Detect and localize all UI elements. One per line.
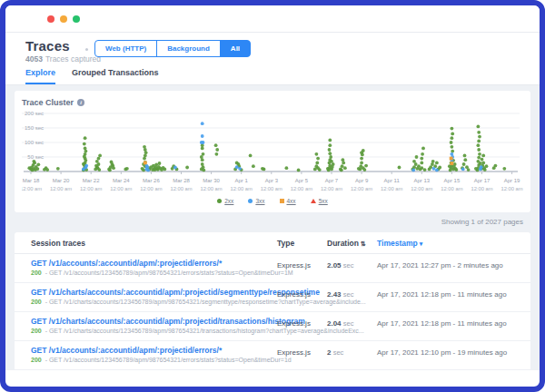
svg-text:12:00 am: 12:00 am	[321, 186, 342, 191]
trace-request-detail: 200 - GET /v1/charts/accounts/123456789/…	[31, 298, 277, 307]
column-header-session-traces: Session traces	[31, 239, 277, 248]
svg-text:Mar 30: Mar 30	[203, 178, 220, 183]
pagination-status: Showing 1 of 2027 pages	[15, 212, 530, 232]
svg-text:Mar 22: Mar 22	[83, 178, 100, 183]
trace-cell: GET /v1/charts/accounts/:accountid/apm/:…	[31, 317, 277, 340]
trace-cluster-scatter-chart[interactable]: 50 sec100 sec150 sec200 secMar 1812:00 a…	[22, 108, 523, 195]
trace-duration: 2.43 sec	[327, 288, 377, 311]
svg-text:12:00 am: 12:00 am	[22, 186, 42, 191]
svg-text:12:00 am: 12:00 am	[471, 186, 492, 191]
svg-text:12:00 am: 12:00 am	[110, 186, 132, 191]
svg-text:12:00 am: 12:00 am	[201, 186, 223, 191]
tab-explore[interactable]: Explore	[25, 68, 55, 84]
table-row[interactable]: GET /v1/charts/accounts/:accountid/apm/:…	[15, 312, 530, 341]
table-row[interactable]: GET /v1/accounts/:accountid/apm/:project…	[15, 341, 530, 370]
trace-endpoint-link[interactable]: GET /v1/charts/accounts/:accountid/apm/:…	[31, 317, 277, 327]
trace-type: Express.js	[277, 288, 327, 311]
header-separator-dot	[85, 48, 88, 51]
filter-background[interactable]: Background	[156, 40, 221, 57]
svg-text:12:00 am: 12:00 am	[441, 186, 462, 191]
trace-cell: GET /v1/accounts/:accountid/apm/:project…	[31, 259, 277, 282]
table-row[interactable]: GET /v1/charts/accounts/:accountid/apm/:…	[15, 283, 530, 312]
column-header-type: Type	[277, 239, 327, 248]
svg-text:Apr 13: Apr 13	[413, 178, 430, 183]
svg-text:12:00 am: 12:00 am	[411, 186, 432, 191]
legend-item-4xx[interactable]: 4xx	[280, 198, 296, 204]
legend-item-5xx[interactable]: 5xx	[311, 198, 328, 204]
trace-type: Express.js	[277, 346, 327, 369]
legend-label: 2xx	[224, 198, 233, 204]
status-badge: 200	[31, 357, 42, 363]
page-header: Traces 4053Traces captured Web (HTTP)Bac…	[5, 33, 540, 65]
content-area: Trace Cluster i 50 sec100 sec150 sec200 …	[5, 85, 540, 370]
trace-endpoint-link[interactable]: GET /v1/charts/accounts/:accountid/apm/:…	[31, 288, 277, 298]
tab-grouped-transactions[interactable]: Grouped Transactions	[72, 68, 159, 84]
trace-cell: GET /v1/charts/accounts/:accountid/apm/:…	[31, 288, 277, 311]
svg-text:Apr 15: Apr 15	[444, 178, 461, 183]
svg-text:Apr 5: Apr 5	[295, 178, 309, 183]
window-titlebar	[5, 5, 540, 33]
svg-text:200 sec: 200 sec	[25, 111, 44, 116]
status-badge: 200	[31, 328, 42, 334]
main-tabbar: ExploreGrouped Transactions	[5, 65, 540, 85]
trace-duration: 2.05 sec	[327, 259, 377, 282]
svg-text:Apr 1: Apr 1	[235, 178, 249, 183]
column-header-timestamp[interactable]: Timestamp▾	[377, 239, 530, 248]
window-close-button[interactable]	[47, 15, 54, 23]
chart-legend: 2xx3xx4xx5xx	[22, 195, 523, 207]
circle-marker-icon	[248, 199, 253, 203]
svg-text:100 sec: 100 sec	[25, 140, 44, 145]
svg-text:12:00 am: 12:00 am	[381, 186, 402, 191]
svg-text:Mar 28: Mar 28	[173, 178, 190, 183]
trace-cell: GET /v1/accounts/:accountid/apm/:project…	[31, 346, 277, 369]
traces-count-label: Traces captured	[45, 54, 101, 64]
traces-count: 4053	[25, 54, 43, 64]
legend-label: 5xx	[319, 198, 328, 204]
svg-text:Apr 17: Apr 17	[474, 178, 490, 183]
trace-duration: 2.04 sec	[327, 317, 377, 340]
status-badge: 200	[31, 270, 42, 276]
svg-text:12:00 am: 12:00 am	[170, 186, 192, 191]
column-header-duration[interactable]: Duration⇅	[327, 239, 377, 248]
app-window: Traces 4053Traces captured Web (HTTP)Bac…	[0, 0, 545, 392]
svg-text:Apr 9: Apr 9	[355, 178, 369, 183]
legend-item-2xx[interactable]: 2xx	[217, 198, 233, 204]
trace-type-filter-group: Web (HTTP)BackgroundAll	[94, 40, 251, 57]
trace-endpoint-link[interactable]: GET /v1/accounts/:accountid/apm/:project…	[31, 346, 277, 356]
svg-text:12:00 am: 12:00 am	[140, 186, 162, 191]
trace-type: Express.js	[277, 317, 327, 340]
window-minimize-button[interactable]	[60, 15, 67, 23]
svg-text:Mar 24: Mar 24	[113, 178, 130, 183]
trace-cluster-card: Trace Cluster i 50 sec100 sec150 sec200 …	[15, 91, 530, 212]
svg-text:12:00 am: 12:00 am	[50, 186, 72, 191]
chart-title: Trace Cluster	[22, 98, 74, 107]
status-badge: 200	[31, 299, 42, 305]
legend-label: 4xx	[287, 198, 296, 204]
trace-timestamp: Apr 17, 2021 12:18 pm - 11 minutes ago	[377, 317, 530, 340]
svg-text:Apr 11: Apr 11	[384, 178, 401, 183]
traces-table: Session tracesTypeDuration⇅Timestamp▾ GE…	[15, 232, 530, 370]
request-url: - GET /v1/accounts/123456789/apm/9876543…	[44, 270, 293, 276]
trace-type: Express.js	[277, 259, 327, 282]
sort-icon[interactable]: ⇅	[361, 240, 366, 247]
trace-timestamp: Apr 17, 2021 12:10 pm - 19 minutes ago	[377, 346, 530, 369]
square-marker-icon	[280, 199, 284, 203]
svg-text:Apr 7: Apr 7	[325, 178, 339, 183]
svg-text:Mar 20: Mar 20	[53, 178, 70, 183]
svg-text:12:00 am: 12:00 am	[351, 186, 372, 191]
filter-web-http[interactable]: Web (HTTP)	[94, 40, 157, 57]
trace-request-detail: 200 - GET /v1/accounts/123456789/apm/987…	[31, 356, 277, 365]
filter-all[interactable]: All	[220, 40, 251, 57]
table-row[interactable]: GET /v1/accounts/:accountid/apm/:project…	[15, 254, 530, 283]
svg-text:12:00 am: 12:00 am	[501, 186, 523, 191]
info-icon[interactable]: i	[77, 99, 84, 106]
legend-item-3xx[interactable]: 3xx	[248, 198, 264, 204]
trace-timestamp: Apr 17, 2021 12:27 pm - 2 minutes ago	[377, 259, 530, 282]
chart-title-row: Trace Cluster i	[22, 97, 523, 108]
sort-desc-icon[interactable]: ▾	[420, 240, 423, 247]
window-maximize-button[interactable]	[73, 15, 80, 23]
circle-marker-icon	[217, 199, 222, 203]
trace-endpoint-link[interactable]: GET /v1/accounts/:accountid/apm/:project…	[31, 259, 277, 269]
svg-text:12:00 am: 12:00 am	[291, 186, 312, 191]
scatter-svg: 50 sec100 sec150 sec200 secMar 1812:00 a…	[22, 108, 523, 195]
